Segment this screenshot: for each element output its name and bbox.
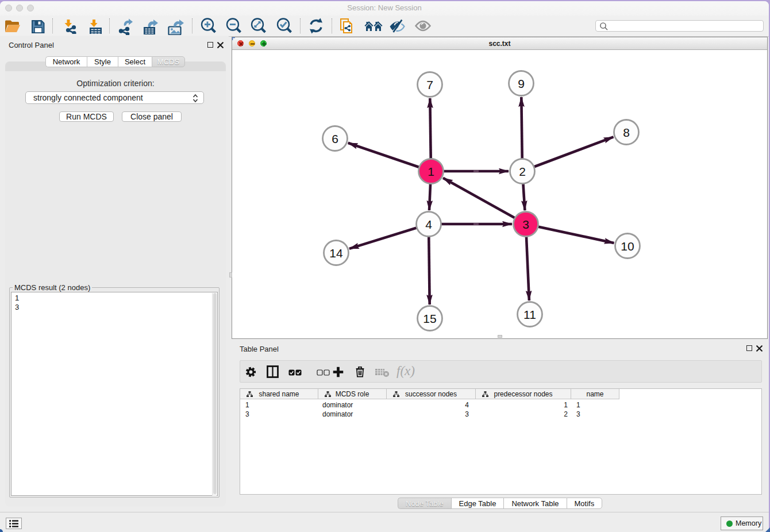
svg-text:3: 3 [522,218,529,231]
svg-text:11: 11 [523,308,536,321]
svg-text:6: 6 [332,132,338,145]
svg-text:9: 9 [518,77,525,90]
svg-text:14: 14 [329,246,343,260]
svg-text:10: 10 [621,240,634,253]
svg-text:1: 1 [428,165,434,178]
svg-text:8: 8 [623,126,630,139]
svg-text:15: 15 [423,312,436,325]
svg-text:4: 4 [425,218,432,231]
svg-text:7: 7 [426,78,433,91]
svg-text:2: 2 [519,165,526,178]
